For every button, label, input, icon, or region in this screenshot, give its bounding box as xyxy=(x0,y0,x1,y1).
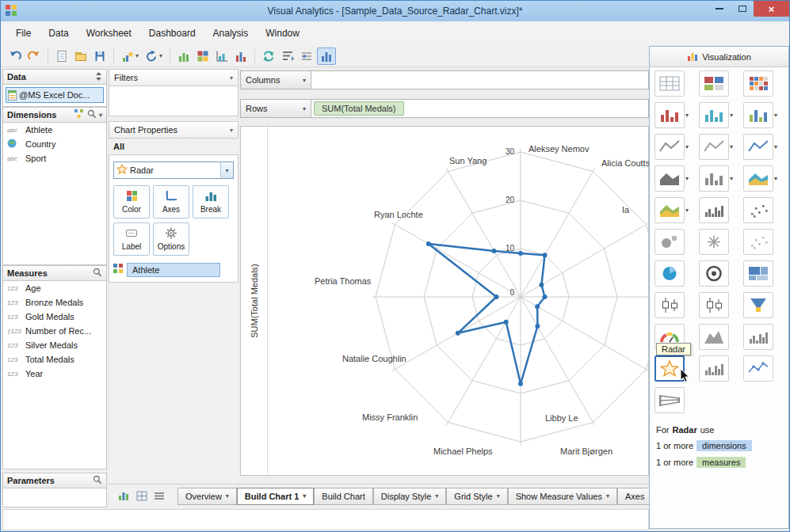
search-icon[interactable] xyxy=(93,475,102,486)
viz-type-bar-multi[interactable]: ▾ xyxy=(743,102,788,134)
viz-type-mountain[interactable] xyxy=(699,324,743,355)
measure-year[interactable]: 123Year xyxy=(3,367,106,381)
columns-shelf-button[interactable]: Columns ▾ xyxy=(240,70,311,89)
tab-show-measure-values[interactable]: Show Measure Values▾ xyxy=(508,488,617,505)
menu-data[interactable]: Data xyxy=(40,25,77,42)
measure-gold-medals[interactable]: 123Gold Medals xyxy=(3,310,106,324)
chevron-down-icon[interactable]: ▾ xyxy=(685,207,689,214)
menu-file[interactable]: File xyxy=(7,25,40,42)
viz-type-area[interactable]: ▾ xyxy=(655,165,699,197)
chart-area[interactable]: SUM(Total Medals) 0102030Aleksey NemovAl… xyxy=(240,126,649,476)
search-icon[interactable] xyxy=(87,109,97,120)
color-button[interactable]: Color xyxy=(113,185,150,218)
save-button[interactable] xyxy=(91,48,109,64)
viz-type-line-blue[interactable]: ▾ xyxy=(743,134,788,165)
chevron-down-icon[interactable]: ▾ xyxy=(303,492,306,500)
chevron-down-icon[interactable]: ▾ xyxy=(685,175,689,182)
viz-type-bar[interactable]: ▾ xyxy=(655,102,699,134)
menu-analysis[interactable]: Analysis xyxy=(204,25,258,42)
chevron-down-icon[interactable]: ▾ xyxy=(774,143,777,150)
chevron-down-icon[interactable]: ▾ xyxy=(730,143,733,150)
hierarchy-icon[interactable] xyxy=(74,109,84,120)
chevron-down-icon[interactable]: ▾ xyxy=(435,492,438,500)
chart-properties-header[interactable]: Chart Properties ▾ xyxy=(109,121,239,139)
insert-selection-button[interactable] xyxy=(232,48,250,64)
viz-type-crosstab[interactable] xyxy=(699,70,743,102)
undo-button[interactable] xyxy=(6,48,24,64)
new-sheet-button[interactable] xyxy=(53,48,71,64)
refresh-button[interactable]: ▾ xyxy=(143,48,165,64)
viz-type-donut[interactable] xyxy=(699,260,743,292)
viz-type-sparkline[interactable] xyxy=(699,197,743,229)
dimension-sport[interactable]: abcSport xyxy=(3,151,106,165)
rows-shelf-button[interactable]: Rows ▾ xyxy=(240,99,311,118)
viz-type-area-green[interactable]: ▾ xyxy=(655,197,699,229)
measure-chip[interactable]: SUM(Total Medals) xyxy=(314,101,404,116)
cycle-button[interactable] xyxy=(260,48,277,64)
viz-type-histogram[interactable] xyxy=(743,324,788,355)
insert-table-button[interactable] xyxy=(213,48,231,64)
chevron-down-icon[interactable]: ▾ xyxy=(135,52,139,59)
viz-type-scatter[interactable] xyxy=(743,197,788,229)
toggle-visualization-button[interactable] xyxy=(317,48,336,65)
chevron-down-icon[interactable]: ▾ xyxy=(685,112,689,119)
viz-type-line-step[interactable]: ▾ xyxy=(699,134,743,165)
viz-type-stock[interactable] xyxy=(743,355,788,387)
menu-dashboard[interactable]: Dashboard xyxy=(140,25,204,42)
swap-sort-icon[interactable] xyxy=(95,71,102,83)
viz-type-table[interactable] xyxy=(655,70,699,102)
options-button[interactable]: Options xyxy=(153,222,189,256)
create-chart-button[interactable]: ▾ xyxy=(119,48,141,64)
measure-silver-medals[interactable]: 123Silver Medals xyxy=(3,338,106,352)
break-button[interactable]: Break xyxy=(193,185,229,218)
maximize-button[interactable] xyxy=(731,1,754,17)
viz-type-treemap[interactable] xyxy=(743,260,788,292)
list-menu-icon[interactable] xyxy=(154,492,165,500)
chevron-down-icon[interactable]: ▾ xyxy=(606,492,609,500)
dimension-country[interactable]: Country xyxy=(3,137,106,151)
viz-type-sunburst[interactable] xyxy=(699,229,743,260)
format-button[interactable] xyxy=(298,48,315,64)
chevron-down-icon[interactable]: ▾ xyxy=(730,112,733,119)
chevron-down-icon[interactable]: ▾ xyxy=(99,112,102,119)
chevron-down-icon[interactable]: ▾ xyxy=(774,175,777,182)
rows-shelf[interactable]: SUM(Total Medals) xyxy=(311,99,649,118)
minimize-button[interactable] xyxy=(708,1,731,17)
measure-total-medals[interactable]: 123Total Medals xyxy=(3,352,106,367)
tab-grid-style[interactable]: Grid Style▾ xyxy=(446,488,507,505)
measure-age[interactable]: 123Age xyxy=(3,281,106,295)
insert-crosstab-button[interactable] xyxy=(194,48,212,64)
viz-type-line[interactable]: ▾ xyxy=(655,134,699,165)
measure-number-of-rec[interactable]: ƒ123Number of Rec... xyxy=(3,324,106,338)
columns-shelf[interactable] xyxy=(311,70,649,89)
measure-bronze-medals[interactable]: 123Bronze Medals xyxy=(3,295,106,310)
dimension-athlete[interactable]: abcAthlete xyxy=(3,123,106,137)
label-button[interactable]: Label xyxy=(113,222,150,256)
binding-field-chip[interactable]: Athlete xyxy=(127,263,220,277)
tab-axes[interactable]: Axes xyxy=(617,488,649,505)
tab-display-style[interactable]: Display Style▾ xyxy=(373,488,447,505)
open-button[interactable] xyxy=(72,48,90,64)
data-source-item[interactable]: @MS Excel Doc... xyxy=(6,87,104,103)
chevron-down-icon[interactable]: ▾ xyxy=(685,143,689,150)
chevron-down-icon[interactable]: ▾ xyxy=(774,112,777,119)
viz-type-funnel[interactable] xyxy=(743,292,788,324)
viz-type-candlestick[interactable] xyxy=(699,292,743,324)
menu-worksheet[interactable]: Worksheet xyxy=(78,25,140,42)
chart-type-select[interactable]: Radar ▾ xyxy=(113,162,234,179)
search-icon[interactable] xyxy=(93,268,102,279)
chevron-down-icon[interactable]: ▾ xyxy=(159,52,162,59)
viz-type-parallel[interactable] xyxy=(655,387,699,419)
sort-levels-button[interactable] xyxy=(279,48,296,64)
viz-type-pie[interactable] xyxy=(655,260,699,292)
chevron-down-icon[interactable]: ▾ xyxy=(497,492,500,500)
chevron-down-icon[interactable]: ▾ xyxy=(226,492,229,500)
chevron-down-icon[interactable]: ▾ xyxy=(730,175,733,182)
tab-build-chart-1[interactable]: Build Chart 1▾ xyxy=(237,488,314,505)
viz-type-bubble[interactable] xyxy=(655,229,699,260)
viz-type-column-gray[interactable]: ▾ xyxy=(699,165,743,197)
redo-button[interactable] xyxy=(25,48,43,64)
insert-chart-button[interactable] xyxy=(175,48,193,64)
viz-type-area-teal[interactable]: ▾ xyxy=(743,165,788,197)
tab-overview[interactable]: Overview▾ xyxy=(177,488,237,505)
